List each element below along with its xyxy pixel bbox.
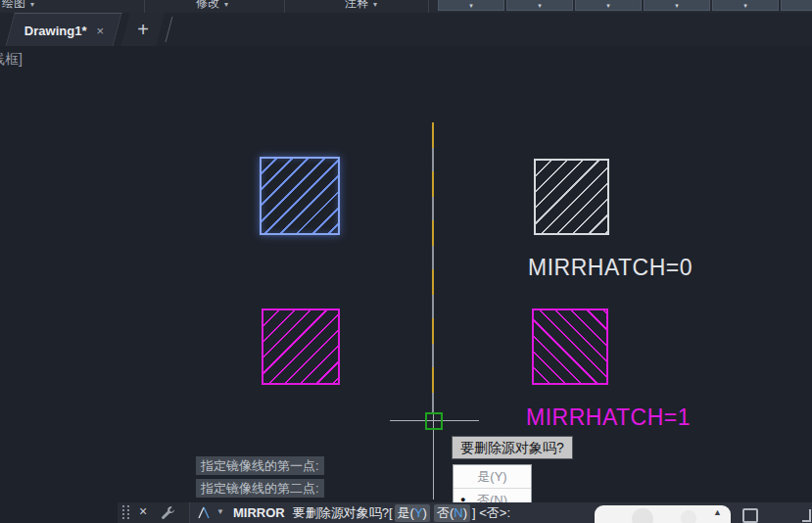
ribbon-gallery-button[interactable]: ▾: [506, 0, 573, 11]
dynamic-input-icon[interactable]: [196, 504, 213, 520]
faded-circle-icon: [632, 508, 653, 523]
prompt-history-line: 指定镜像线的第一点:: [196, 456, 324, 475]
close-icon[interactable]: ×: [139, 503, 147, 519]
chevron-down-icon: ▾: [224, 0, 228, 9]
prompt-default-text: ] <否>:: [472, 504, 510, 522]
ribbon-gallery-button[interactable]: ▾: [781, 0, 812, 11]
drag-grip-icon[interactable]: [122, 505, 130, 520]
ribbon-divider: [284, 0, 285, 13]
chevron-down-icon: ▾: [675, 2, 679, 9]
tab-edge-decoration: [166, 17, 173, 42]
ribbon-gallery-button[interactable]: ▾: [712, 0, 779, 11]
model-space-canvas[interactable]: [0, 46, 812, 523]
mirrhatch1-text[interactable]: MIRRHATCH=1: [526, 404, 691, 431]
viewport-control-label[interactable]: 线框]: [0, 51, 23, 69]
floating-panel-edge: ▲: [595, 505, 731, 523]
ribbon-panel-draw[interactable]: 绘图▾: [2, 0, 34, 12]
autocad-window: 绘图▾ 修改▾ 注释▾ ▾ ▾ ▾ ▾ ▾ ▾ Drawing1* × + 线框…: [0, 0, 812, 523]
keyword-yes-post: ): [423, 505, 427, 520]
file-tab-bar: Drawing1* × +: [0, 13, 812, 46]
ribbon-panel-annotate-label: 注释: [345, 0, 368, 10]
keyword-yes-key: Y: [414, 505, 423, 520]
wrench-icon[interactable]: [161, 505, 175, 520]
keyword-no-button[interactable]: 否(N): [434, 504, 470, 522]
expand-up-icon[interactable]: ▲: [713, 507, 722, 517]
recent-commands-caret-icon[interactable]: ▼: [216, 507, 224, 516]
mirror-axis-line: [432, 122, 434, 414]
faded-circle-icon: [681, 510, 696, 523]
dropdown-option-yes-label: 是(Y): [477, 469, 506, 484]
ribbon-divider: [144, 0, 145, 13]
ribbon-gallery-button[interactable]: ▾: [438, 0, 504, 11]
status-bar-square-icon[interactable]: [742, 508, 758, 523]
keyword-no-pre: 否(: [437, 505, 454, 520]
hatch-square-source-top[interactable]: [260, 157, 340, 235]
chevron-down-icon: ▾: [30, 0, 34, 9]
tab-drawing1-title: Drawing1*: [24, 24, 87, 38]
ribbon-gallery-button[interactable]: ▾: [575, 0, 642, 11]
ribbon-panel-modify-label: 修改: [196, 0, 219, 10]
ribbon-strip: 绘图▾ 修改▾ 注释▾ ▾ ▾ ▾ ▾ ▾ ▾: [0, 0, 812, 13]
keyword-no-post: ): [463, 505, 467, 520]
chevron-down-icon: ▾: [469, 2, 473, 9]
chevron-down-icon: ▾: [606, 2, 610, 9]
chevron-down-icon: ▾: [743, 2, 747, 9]
dynamic-input-tooltip: 要删除源对象吗?: [452, 436, 573, 459]
pickbox-cursor: [425, 412, 443, 430]
hatch-square-mirrored-bottom[interactable]: [532, 309, 608, 385]
active-command-name: MIRROR: [233, 505, 285, 520]
status-bar-partial-icon: [802, 520, 811, 522]
ribbon-divider: [428, 0, 429, 13]
hatch-square-mirrored-top[interactable]: [534, 159, 609, 235]
tab-close-icon[interactable]: ×: [96, 24, 104, 38]
ribbon-gallery-button[interactable]: ▾: [644, 0, 710, 11]
hatch-square-source-bottom[interactable]: [262, 309, 340, 385]
chevron-down-icon: ▾: [373, 0, 377, 9]
ribbon-panel-annotate[interactable]: 注释▾: [345, 0, 377, 12]
prompt-text: 要删除源对象吗?[: [293, 504, 393, 522]
keyword-yes-button[interactable]: 是(Y): [395, 504, 430, 522]
ribbon-panel-modify[interactable]: 修改▾: [196, 0, 228, 12]
tab-drawing1[interactable]: Drawing1* ×: [5, 13, 121, 47]
plus-icon: +: [125, 14, 161, 45]
chevron-down-icon: ▾: [538, 2, 542, 9]
keyword-yes-pre: 是(: [398, 505, 414, 520]
command-prompt-text: MIRROR要删除源对象吗?[是(Y)否(N)] <否>:: [233, 502, 510, 523]
mirrhatch0-text[interactable]: MIRRHATCH=0: [528, 255, 693, 281]
new-tab-button[interactable]: +: [120, 13, 165, 46]
dropdown-option-yes[interactable]: 是(Y): [454, 465, 531, 488]
prompt-history-line: 指定镜像线的第二点:: [196, 479, 324, 498]
keyword-no-key: N: [454, 505, 462, 520]
ribbon-panel-draw-label: 绘图: [2, 0, 25, 10]
